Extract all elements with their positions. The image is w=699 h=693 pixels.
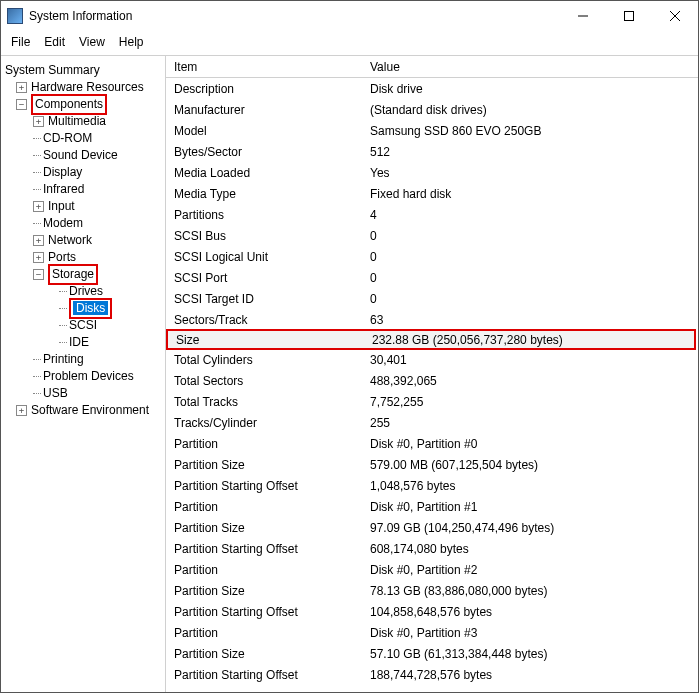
expander-icon[interactable]: + [33,235,44,246]
expander-icon[interactable]: + [16,405,27,416]
menubar: FileEditViewHelp [1,31,698,56]
list-row[interactable]: Total Tracks7,752,255 [166,391,698,412]
tree-item-sound-device[interactable]: Sound Device [3,147,163,164]
expander-icon[interactable]: + [33,201,44,212]
close-button[interactable] [652,1,698,31]
list-cell-value: 0 [366,271,698,285]
tree-item-label: Printing [43,351,84,368]
content-area: System Summary +Hardware Resources−Compo… [1,56,698,692]
list-cell-item: Partitions [166,208,366,222]
list-row[interactable]: PartitionDisk #0, Partition #2 [166,559,698,580]
column-header-item[interactable]: Item [166,60,366,74]
list-cell-value: Samsung SSD 860 EVO 250GB [366,124,698,138]
list-row[interactable]: PartitionDisk #0, Partition #3 [166,622,698,643]
expander-icon[interactable]: − [33,269,44,280]
expander-icon[interactable]: − [16,99,27,110]
tree-item-input[interactable]: +Input [3,198,163,215]
titlebar[interactable]: System Information [1,1,698,31]
tree-item-label: Infrared [43,181,84,198]
tree-item-problem-devices[interactable]: Problem Devices [3,368,163,385]
list-row[interactable]: Partition Starting Offset188,744,728,576… [166,664,698,685]
list-row[interactable]: Total Sectors488,392,065 [166,370,698,391]
list-row[interactable]: Media LoadedYes [166,162,698,183]
list-cell-value: 0 [366,292,698,306]
list-row[interactable]: ModelSamsung SSD 860 EVO 250GB [166,120,698,141]
list-cell-item: Partition [166,563,366,577]
list-row[interactable]: Partition Starting Offset1,048,576 bytes [166,475,698,496]
list-row[interactable]: Media TypeFixed hard disk [166,183,698,204]
tree-item-components[interactable]: −Components [3,96,163,113]
list-cell-value: 255 [366,416,698,430]
list-row[interactable]: Partition Size579.00 MB (607,125,504 byt… [166,454,698,475]
list-row[interactable]: Partition Starting Offset608,174,080 byt… [166,538,698,559]
tree-root[interactable]: System Summary [3,62,163,79]
tree-item-label: IDE [69,334,89,351]
tree-item-label: Sound Device [43,147,118,164]
list-row[interactable]: Partitions4 [166,204,698,225]
tree-item-usb[interactable]: USB [3,385,163,402]
list-row[interactable]: Bytes/Sector512 [166,141,698,162]
tree-item-ide[interactable]: IDE [3,334,163,351]
tree-connector [33,215,43,232]
tree-item-scsi[interactable]: SCSI [3,317,163,334]
list-cell-value: Disk drive [366,82,698,96]
list-row[interactable]: Size232.88 GB (250,056,737,280 bytes) [166,329,696,350]
list-cell-value: 4 [366,208,698,222]
list-row[interactable]: Partition Starting Offset104,858,648,576… [166,601,698,622]
details-pane: Item Value DescriptionDisk driveManufact… [166,56,698,692]
column-header-value[interactable]: Value [366,60,698,74]
minimize-button[interactable] [560,1,606,31]
tree-item-cd-rom[interactable]: CD-ROM [3,130,163,147]
tree-item-disks[interactable]: Disks [3,300,163,317]
tree-item-multimedia[interactable]: +Multimedia [3,113,163,130]
list-cell-item: SCSI Target ID [166,292,366,306]
menu-help[interactable]: Help [113,33,150,51]
tree-item-label: Display [43,164,82,181]
list-cell-value: Disk #0, Partition #0 [366,437,698,451]
menu-edit[interactable]: Edit [38,33,71,51]
tree-item-infrared[interactable]: Infrared [3,181,163,198]
list-row[interactable]: Partition Size57.10 GB (61,313,384,448 b… [166,643,698,664]
list-row[interactable]: Partition Size97.09 GB (104,250,474,496 … [166,517,698,538]
list-row[interactable]: Partition Size78.13 GB (83,886,080,000 b… [166,580,698,601]
tree-item-storage[interactable]: −Storage [3,266,163,283]
list-row[interactable]: DescriptionDisk drive [166,78,698,99]
tree-connector [59,283,69,300]
list-cell-item: Total Cylinders [166,353,366,367]
expander-icon[interactable]: + [33,116,44,127]
list-cell-value: Disk #0, Partition #2 [366,563,698,577]
list-row[interactable]: SCSI Port0 [166,267,698,288]
list-row[interactable]: PartitionDisk #0, Partition #1 [166,496,698,517]
list-row[interactable]: Manufacturer(Standard disk drives) [166,99,698,120]
list-row[interactable]: Total Cylinders30,401 [166,349,698,370]
list-cell-item: Partition Size [166,584,366,598]
list-cell-value: 0 [366,229,698,243]
list-row[interactable]: SCSI Target ID0 [166,288,698,309]
tree-connector [59,300,69,317]
tree-item-network[interactable]: +Network [3,232,163,249]
tree-item-modem[interactable]: Modem [3,215,163,232]
list-row[interactable]: SCSI Bus0 [166,225,698,246]
tree-item-label: Multimedia [48,113,106,130]
menu-file[interactable]: File [5,33,36,51]
tree-item-label: Disks [73,301,108,315]
tree-root-label: System Summary [5,62,100,79]
list-cell-item: Description [166,82,366,96]
list-row[interactable]: SCSI Logical Unit0 [166,246,698,267]
tree-item-software-environment[interactable]: +Software Environment [3,402,163,419]
list-cell-item: Total Tracks [166,395,366,409]
list-cell-item: Sectors/Track [166,313,366,327]
maximize-button[interactable] [606,1,652,31]
list-cell-item: Partition [166,437,366,451]
tree-item-display[interactable]: Display [3,164,163,181]
list-row[interactable]: Sectors/Track63 [166,309,698,330]
menu-view[interactable]: View [73,33,111,51]
list-row[interactable]: Tracks/Cylinder255 [166,412,698,433]
list-row[interactable]: PartitionDisk #0, Partition #0 [166,433,698,454]
expander-icon[interactable]: + [16,82,27,93]
list-cell-value: Disk #0, Partition #1 [366,500,698,514]
list-cell-value: Disk #0, Partition #3 [366,626,698,640]
list-cell-item: Model [166,124,366,138]
tree-item-printing[interactable]: Printing [3,351,163,368]
expander-icon[interactable]: + [33,252,44,263]
